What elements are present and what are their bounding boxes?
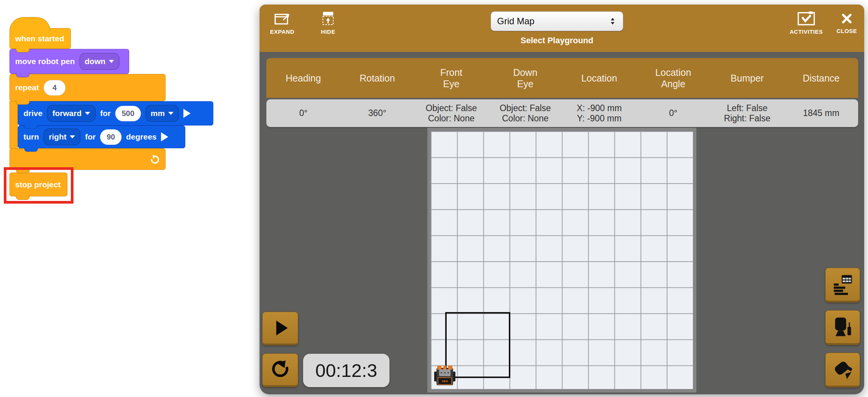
drive-direction-dropdown[interactable]: forward [47,105,95,122]
reset-icon [270,359,291,380]
column-header-location: Location [562,72,636,84]
turn-direction-value: right [49,132,67,141]
vex-robot[interactable]: VEX [434,366,455,387]
expand-icon [274,11,291,26]
run-block-arrow-icon[interactable] [161,132,168,141]
reset-button[interactable] [262,353,298,387]
expand-label: EXPAND [270,28,294,35]
close-icon [840,12,853,25]
run-block-arrow-icon[interactable] [183,109,191,118]
activities-label: ACTIVITIES [790,28,823,35]
dropdown-caret-icon [168,112,174,115]
drive-unit-value: mm [151,109,165,118]
dropdown-caret-icon [70,135,75,138]
front-camera-view-button[interactable] [825,310,860,345]
move-pen-label: move robot pen [15,57,75,66]
hide-label: HIDE [321,28,335,35]
pen-position-dropdown[interactable]: down [80,53,120,70]
repeat-count-input[interactable]: 4 [44,80,66,96]
move-robot-pen-block[interactable]: move robot pen down [9,49,129,74]
column-header-heading: Heading [266,72,340,84]
bumper-value: Left: False Right: False [710,103,784,124]
repeat-block-left-arm [9,101,18,149]
location-value: X: -900 mm Y: -900 mm [562,103,636,124]
app-window: when started move robot pen down repeat … [0,0,868,397]
column-header-down-eye: Down Eye [488,67,562,89]
when-started-block[interactable]: when started [9,28,71,49]
column-header-front-eye: Front Eye [414,67,488,89]
turn-for-label: for [85,132,95,141]
perspective-camera-view-icon [832,359,853,380]
column-header-rotation: Rotation [340,72,414,84]
close-button[interactable]: CLOSE [828,12,866,34]
activities-button[interactable]: ACTIVITIES [787,11,825,35]
select-playground-caption: Select Playground [491,36,623,46]
column-header-bumper: Bumper [710,72,784,84]
drive-block[interactable]: drive forward for 500 mm [18,101,213,126]
playground-panel: EXPAND HIDE Grid Map Select Playground [260,5,864,394]
dropdown-caret-icon [85,112,90,115]
sensor-dashboard: Heading Rotation Front Eye Down Eye Loca… [266,58,858,127]
dashboard-data-row: 0° 360° Object: False Color: None Object… [266,99,858,127]
timer-display: 00:12:3 [303,354,389,387]
stop-project-label: stop project [15,180,61,189]
playground-select[interactable]: Grid Map [491,11,623,31]
dropdown-caret-icon [109,60,114,63]
loop-arrow-icon [149,154,160,165]
hide-icon [321,11,336,26]
hide-button[interactable]: HIDE [309,11,347,35]
turn-direction-dropdown[interactable]: right [44,129,81,145]
distance-value: 1845 mm [784,108,858,118]
play-icon [271,318,290,338]
when-started-label: when started [15,34,64,43]
dashboard-header-row: Heading Rotation Front Eye Down Eye Loca… [266,58,858,98]
close-label: CLOSE [837,28,857,34]
drive-distance-input[interactable]: 500 [115,106,141,121]
column-header-distance: Distance [784,72,858,84]
column-header-location-angle: Location Angle [636,67,710,89]
front-camera-view-icon [832,316,853,337]
play-button[interactable] [262,312,298,345]
data-table-view-button[interactable] [825,268,860,303]
rotation-value: 360° [340,108,414,118]
turn-angle-input[interactable]: 90 [100,129,121,145]
turn-label: turn [23,132,39,141]
down-eye-value: Object: False Color: None [488,103,562,124]
repeat-block-header[interactable]: repeat 4 [9,74,166,101]
location-angle-value: 0° [636,108,710,118]
turn-degrees-label: degrees [126,132,157,141]
stop-project-block[interactable]: stop project [9,173,67,196]
activities-icon [797,11,816,26]
playground-select-value: Grid Map [497,16,535,27]
drive-label: drive [23,109,42,118]
expand-button[interactable]: EXPAND [263,11,301,35]
drive-for-label: for [100,109,111,118]
drive-unit-dropdown[interactable]: mm [145,105,179,122]
code-canvas: when started move robot pen down repeat … [0,0,260,397]
repeat-label: repeat [15,83,39,92]
grid-map: VEX [427,128,696,392]
heading-value: 0° [266,108,340,118]
perspective-camera-view-button[interactable] [825,353,860,388]
pen-position-value: down [85,57,106,66]
svg-text:VEX: VEX [442,380,448,383]
front-eye-value: Object: False Color: None [414,103,488,124]
turn-block[interactable]: turn right for 90 degrees [18,126,185,148]
data-table-view-icon [832,274,853,295]
select-arrows-icon [608,16,617,26]
playground-topbar: EXPAND HIDE Grid Map Select Playground [260,5,864,52]
drive-direction-value: forward [52,109,81,118]
